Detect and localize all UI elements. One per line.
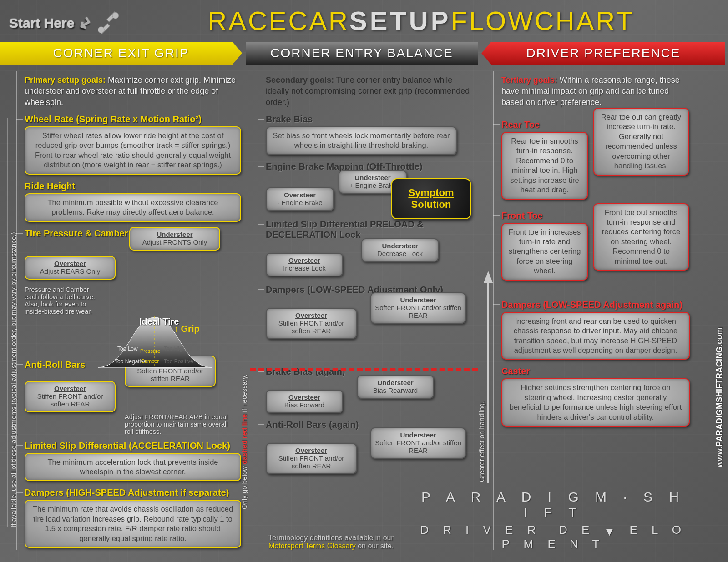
box-damp-ls-understeer: UndersteerSoften FRONT and/or stiffen RE… (370, 292, 466, 324)
box-arb-oversteer: OversteerStiffen FRONT and/or soften REA… (25, 381, 116, 412)
svg-point-1 (98, 27, 104, 33)
arb-note: Adjust FRONT/REAR ARB in equal proportio… (125, 413, 229, 435)
page-title: RACECARSETUPFLOWCHART (123, 5, 719, 36)
column-corner-exit-grip: Primary setup goals: Maximize corner exi… (0, 68, 246, 555)
box-ebm-oversteer: Oversteer- Engine Brake (266, 187, 334, 211)
box-dampers-hs: The minimum rate that avoids chassis osc… (25, 500, 241, 548)
start-arrow-icon: ↴ (73, 12, 96, 33)
box-front-toe-out: Front toe out smooths turn-in response a… (593, 203, 689, 271)
sec-brake-bias: Brake Bias (266, 114, 478, 125)
sec-wheel-rate: Wheel Rate (Spring Rate x Motion Ratio²) (25, 114, 241, 125)
box-lsd-understeer: UndersteerDecrease Lock (361, 238, 439, 262)
box-wheel-rate: Stiffer wheel rates allow lower ride hei… (25, 126, 241, 175)
box-dampers-ls-again: Increasing front and rear can be used to… (501, 312, 690, 360)
box-brake-bias: Set bias so front wheels lock momentaril… (266, 126, 457, 155)
box-bb2-understeer: UndersteerBias Rearward (357, 375, 434, 399)
box-caster: Higher settings strengthen centering for… (501, 378, 690, 427)
dashed-red-line (250, 368, 478, 371)
goals-tertiary: Tertiary goals: Within a reasonable rang… (501, 75, 690, 108)
box-arb2-oversteer: OversteerStiffen FRONT and/or soften REA… (266, 443, 357, 474)
glossary-link[interactable]: Motorsport Terms Glossary (268, 542, 356, 550)
sec-front-toe: Front Toe (501, 211, 588, 221)
sec-lsd-accel: Limited Slip Differential (ACCELERATION … (25, 441, 241, 451)
column-driver-preference: Tertiary goals: Within a reasonable rang… (481, 68, 694, 555)
box-tpc-oversteer: OversteerAdjust REARS Only (25, 256, 116, 280)
box-bb2-oversteer: OversteerBias Forward (266, 390, 343, 413)
start-here-label: Start Here↴ (9, 13, 91, 32)
sec-dampers-ls-again: Dampers (LOW-SPEED Adjustment again) (501, 300, 690, 310)
goals-secondary: Secondary goals: Tune corner entry balan… (266, 75, 478, 108)
box-front-toe-in: Front toe in increases turn-in rate and … (501, 223, 588, 281)
site-url: www.PARADIGMSHIFTRACING.com (715, 327, 724, 467)
box-rear-toe-out: Rear toe out can greatly increase turn-i… (593, 108, 689, 176)
banner-col2: CORNER ENTRY BALANCE (246, 42, 478, 65)
legend-symptom-solution: Symptom Solution (391, 178, 471, 219)
banner-col1: CORNER EXIT GRIP (0, 42, 242, 65)
box-rear-toe-in: Rear toe in smooths turn-in response. Re… (501, 132, 588, 200)
wrench-icon (96, 10, 121, 35)
terms-note: Terminology definitions available in our… (268, 534, 396, 550)
goals-primary: Primary setup goals: Maximize corner exi… (25, 75, 241, 108)
svg-point-0 (112, 12, 119, 19)
box-lsd-oversteer: OversteerIncrease Lock (266, 253, 343, 276)
sec-dampers-hs: Dampers (HIGH-SPEED Adjustment if separa… (25, 487, 241, 498)
sec-lsd-preload-decel: Limited Slip Differential PRELOAD & DECE… (266, 219, 478, 240)
sec-rear-toe: Rear Toe (501, 120, 588, 130)
bell-curve-graphic: Ideal Tire ↑ Grip Too Low Too High Too N… (96, 313, 214, 376)
box-arb2-understeer: UndersteerSoften FRONT and/or stiffen RE… (370, 427, 466, 459)
sec-ride-height: Ride Height (25, 181, 241, 191)
column-corner-entry-balance: Secondary goals: Tune corner entry balan… (246, 68, 482, 555)
sec-caster: Caster (501, 366, 690, 376)
box-ride-height: The minimum possible without excessive c… (25, 193, 241, 222)
box-lsd-accel: The minimum acceleration lock that preve… (25, 453, 241, 482)
brand-logo: P A R A D I G M · S H I F T D R I V E R … (412, 489, 694, 551)
box-tpc-understeer: UndersteerAdjust FRONTS Only (129, 227, 220, 251)
box-damp-ls-oversteer: OversteerStiffen FRONT and/or soften REA… (266, 308, 357, 339)
bell-note: Pressure and Camber each follow a bell c… (25, 286, 102, 315)
banner-col3: DRIVER PREFERENCE (481, 42, 725, 65)
